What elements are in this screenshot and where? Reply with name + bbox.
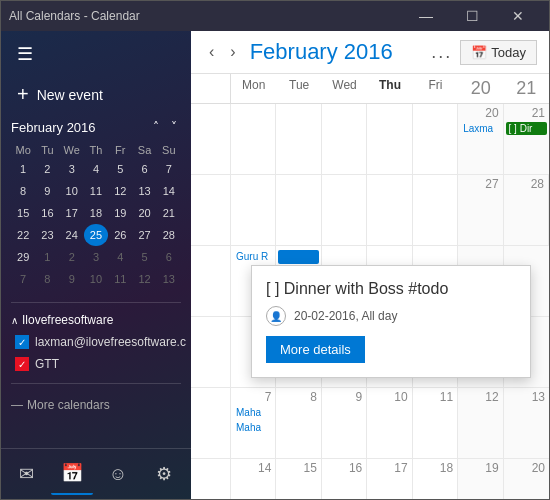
day-cell-mon-w1[interactable] — [231, 104, 276, 174]
new-event-button[interactable]: + New event — [1, 77, 191, 112]
mini-cal-day[interactable]: 27 — [132, 224, 156, 246]
day-cell-tue-w2[interactable] — [276, 175, 321, 245]
mini-cal-day[interactable]: 29 — [11, 246, 35, 268]
laxman-checkbox[interactable]: ✓ — [15, 335, 29, 349]
day-cell-thu-w2[interactable] — [367, 175, 412, 245]
day-cell-mon-w6[interactable]: 14 — [231, 459, 276, 499]
gtt-checkbox[interactable]: ✓ — [15, 357, 29, 371]
mini-cal-day[interactable]: 9 — [35, 180, 59, 202]
maximize-button[interactable]: ☐ — [449, 1, 495, 31]
mini-cal-day[interactable]: 23 — [35, 224, 59, 246]
more-calendars-button[interactable]: — More calendars — [1, 390, 191, 420]
day-cell-fri-w2[interactable] — [413, 175, 458, 245]
more-details-button[interactable]: More details — [266, 336, 365, 363]
mini-cal-prev[interactable]: ˄ — [149, 118, 163, 136]
day-cell-sun-w1[interactable]: 21 [ ] Dir — [504, 104, 549, 174]
laxma-event[interactable]: Laxma — [460, 122, 500, 135]
cal-next-button[interactable]: › — [224, 41, 241, 63]
close-button[interactable]: ✕ — [495, 1, 541, 31]
d7: 7 — [233, 390, 273, 404]
mini-cal-day[interactable]: 11 — [84, 180, 108, 202]
day-cell-thu-w6[interactable]: 17 — [367, 459, 412, 499]
mini-cal-day[interactable]: 28 — [157, 224, 181, 246]
day-cell-tue-w6[interactable]: 15 — [276, 459, 321, 499]
mini-cal-day[interactable]: 4 — [84, 158, 108, 180]
people-nav-button[interactable]: ☺ — [97, 453, 139, 495]
guru-event[interactable]: Guru R — [233, 250, 273, 263]
mini-cal-day[interactable]: 3 — [84, 246, 108, 268]
mini-cal-day[interactable]: 13 — [157, 268, 181, 290]
calendar-item-gtt[interactable]: ✓ GTT — [11, 355, 181, 373]
day-cell-fri-w6[interactable]: 18 — [413, 459, 458, 499]
day-cell-mon-w5[interactable]: 7 Maha Maha — [231, 388, 276, 458]
mini-cal-day[interactable]: 8 — [11, 180, 35, 202]
mini-cal-day[interactable]: 10 — [60, 180, 84, 202]
mini-cal-next[interactable]: ˅ — [167, 118, 181, 136]
mini-cal-day[interactable]: 5 — [108, 158, 132, 180]
mini-cal-day[interactable]: 26 — [108, 224, 132, 246]
mini-cal-day[interactable]: 5 — [132, 246, 156, 268]
mini-cal-day[interactable]: 3 — [60, 158, 84, 180]
dir-event[interactable]: [ ] Dir — [506, 122, 547, 135]
mini-cal-day[interactable]: 21 — [157, 202, 181, 224]
mini-cal-day[interactable]: 1 — [35, 246, 59, 268]
mini-cal-day[interactable]: 15 — [11, 202, 35, 224]
day-cell-fri-w5[interactable]: 11 — [413, 388, 458, 458]
day-cell-thu-w1[interactable] — [367, 104, 412, 174]
maha1-event[interactable]: Maha — [233, 406, 273, 419]
mini-cal-day[interactable]: 9 — [60, 268, 84, 290]
day-cell-sun-w5[interactable]: 13 — [504, 388, 549, 458]
mini-cal-day[interactable]: 6 — [157, 246, 181, 268]
day-cell-sun-w2[interactable]: 28 — [504, 175, 549, 245]
day-cell-wed-w6[interactable]: 16 — [322, 459, 367, 499]
hamburger-icon[interactable]: ☰ — [13, 39, 37, 69]
more-options-icon[interactable]: ... — [431, 42, 452, 63]
day-cell-sat-w6[interactable]: 19 — [458, 459, 503, 499]
day-cell-wed-w1[interactable] — [322, 104, 367, 174]
mini-cal-day[interactable]: 4 — [108, 246, 132, 268]
minimize-button[interactable]: — — [403, 1, 449, 31]
blue-block-event[interactable] — [278, 250, 318, 264]
cal-prev-button[interactable]: ‹ — [203, 41, 220, 63]
maha2-event[interactable]: Maha — [233, 421, 273, 434]
mini-day-mo: Mo — [11, 142, 35, 158]
day-cell-sun-w6[interactable]: 20 — [504, 459, 549, 499]
mini-cal-day[interactable]: 14 — [157, 180, 181, 202]
day-cell-wed-w5[interactable]: 9 — [322, 388, 367, 458]
mini-cal-day[interactable]: 2 — [60, 246, 84, 268]
mini-cal-day[interactable]: 12 — [108, 180, 132, 202]
mini-cal-day[interactable]: 2 — [35, 158, 59, 180]
today-button[interactable]: 📅 Today — [460, 40, 537, 65]
mail-nav-button[interactable]: ✉ — [5, 453, 47, 495]
mini-cal-day[interactable]: 11 — [108, 268, 132, 290]
mini-cal-day[interactable]: 1 — [11, 158, 35, 180]
mini-cal-day[interactable]: 7 — [157, 158, 181, 180]
mini-cal-day[interactable]: 10 — [84, 268, 108, 290]
day-cell-thu-w5[interactable]: 10 — [367, 388, 412, 458]
mini-cal-day[interactable]: 22 — [11, 224, 35, 246]
mini-cal-day[interactable]: 20 — [132, 202, 156, 224]
settings-nav-button[interactable]: ⚙ — [143, 453, 185, 495]
day-cell-sat-w1[interactable]: 20 Laxma — [458, 104, 503, 174]
mini-cal-day[interactable]: 13 — [132, 180, 156, 202]
mini-cal-day[interactable]: 12 — [132, 268, 156, 290]
calendar-nav-button[interactable]: 📅 — [51, 453, 93, 495]
mini-cal-day[interactable]: 25 — [84, 224, 108, 246]
day-cell-sat-w5[interactable]: 12 — [458, 388, 503, 458]
day-cell-wed-w2[interactable] — [322, 175, 367, 245]
mini-cal-day[interactable]: 7 — [11, 268, 35, 290]
mini-cal-day[interactable]: 17 — [60, 202, 84, 224]
mini-cal-day[interactable]: 18 — [84, 202, 108, 224]
day-cell-mon-w2[interactable] — [231, 175, 276, 245]
mini-cal-day[interactable]: 24 — [60, 224, 84, 246]
day-cell-sat-w2[interactable]: 27 — [458, 175, 503, 245]
calendar-item-laxman[interactable]: ✓ laxman@ilovefreesoftware.c — [11, 333, 181, 351]
mini-cal-day[interactable]: 6 — [132, 158, 156, 180]
day-cell-tue-w5[interactable]: 8 — [276, 388, 321, 458]
mini-cal-day[interactable]: 8 — [35, 268, 59, 290]
mini-cal-day[interactable]: 16 — [35, 202, 59, 224]
day-cell-tue-w1[interactable] — [276, 104, 321, 174]
day-cell-fri-w1[interactable] — [413, 104, 458, 174]
account-header[interactable]: ∧ Ilovefreesoftware — [11, 313, 181, 327]
mini-cal-day[interactable]: 19 — [108, 202, 132, 224]
